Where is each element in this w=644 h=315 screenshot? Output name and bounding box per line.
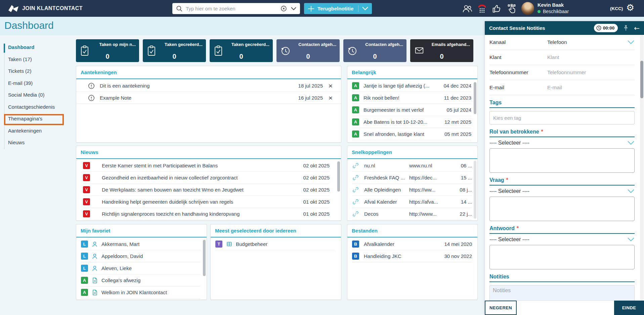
contacts-button[interactable] <box>462 3 474 14</box>
sidebar-item-email[interactable]: E-mail (39) <box>8 77 70 89</box>
scrollbar-thumb[interactable] <box>474 82 476 114</box>
news-item[interactable]: V Gezondheid en inzetbaarheid in nieuw c… <box>83 172 330 184</box>
shortcut-name: Afval Kalender <box>364 199 407 205</box>
search-input[interactable] <box>185 5 280 12</box>
collapse-arrow-icon[interactable]: ← <box>634 25 640 32</box>
shortcut-row[interactable]: Afval Kalender https://afva... 14 ... <box>352 196 472 208</box>
app-logo-icon[interactable] <box>7 3 20 13</box>
shortcut-row[interactable]: Freshdesk FAQ ... https://dec... 15 ... <box>352 172 472 184</box>
sidebar-item-social-media[interactable]: Social Media (0) <box>8 89 70 101</box>
select-value: ---- Selecteer ---- <box>489 188 529 194</box>
scrollbar-thumb[interactable] <box>337 161 340 192</box>
rol-van-betrokkene-box[interactable] <box>489 148 635 173</box>
session-panel-body: Kanaal Telefoon Klant Klant Telefoonnumm… <box>485 35 644 301</box>
shortcut-row[interactable]: Alle Opleidingen https://ww... 08 j... <box>352 184 472 196</box>
sidebar-rail <box>4 43 5 149</box>
sidebar-item-dashboard[interactable]: Dashboard <box>8 41 70 53</box>
tile-value: 0 <box>343 53 406 60</box>
field-label: Telefoonnummer <box>489 69 547 75</box>
close-icon[interactable]: × <box>323 94 338 102</box>
user-status[interactable]: Beschikbaar <box>538 9 569 14</box>
important-item[interactable]: A Rik nooit bellen! 11 dec 2023 <box>352 92 471 104</box>
sidebar-item-contactgeschiedenis[interactable]: Contactgeschiedenis <box>8 101 70 113</box>
news-item[interactable]: V De Werkplaats: samen bouwen aan toezic… <box>83 184 330 196</box>
rol-van-betrokkene-select[interactable]: ---- Selecteer ---- <box>489 137 635 148</box>
field-email[interactable]: E-mail E-mail <box>489 80 635 95</box>
rol-van-betrokkene-heading: Rol van betrokkene * <box>489 129 635 137</box>
field-kanaal[interactable]: Kanaal Telefoon <box>489 35 635 50</box>
clear-search-icon[interactable] <box>280 5 287 12</box>
sidebar-item-tickets[interactable]: Tickets (2) <box>8 65 70 77</box>
file-row[interactable]: B Afvalkalender 14 mei 2020 <box>352 238 472 250</box>
favorite-row[interactable]: L Akkermans, Mart <box>81 238 201 250</box>
important-item[interactable]: A Burgemeester is met verlof 05 jul 2024 <box>352 104 471 116</box>
vraag-box[interactable] <box>489 197 635 221</box>
search-options-chevron-icon[interactable] <box>291 7 297 11</box>
scrollbar-thumb[interactable] <box>640 61 643 98</box>
panel-mijn-favoriet: Mijn favoriet L Akkermans, Mart L Ap <box>76 224 207 300</box>
news-item[interactable]: V Handreiking helpt gemeenten duidelijk … <box>83 196 330 208</box>
sidebar-item-nieuws[interactable]: Nieuws <box>8 137 70 149</box>
sidebar-item-taken[interactable]: Taken (17) <box>8 53 70 65</box>
avatar[interactable] <box>521 2 534 15</box>
favorite-row[interactable]: L Appeldoorn, David <box>81 250 201 262</box>
tile-contacten-afgehandeld-2[interactable]: Contacten afgeh... 0 <box>343 39 406 62</box>
info-icon <box>88 82 95 90</box>
important-item[interactable]: A Snel afronden, lastige klant 05 mrt 20… <box>352 128 471 140</box>
item-text: Rik nooit bellen! <box>363 95 399 101</box>
file-row[interactable]: B Handleiding JKC 30 nov 2022 <box>352 250 472 262</box>
gear-icon[interactable]: ⚙ <box>624 3 636 12</box>
tile-taken-gecreeerd-2[interactable]: Taken gecreëerd... 0 <box>210 39 273 62</box>
terugbelnotitie-button[interactable]: Terugbelnotitie <box>304 3 372 14</box>
scrollbar-thumb[interactable] <box>203 240 206 276</box>
vraag-select[interactable]: ---- Selecteer ---- <box>489 186 635 197</box>
news-item[interactable]: V Eerste Kamer stemt in met Participatie… <box>83 160 330 172</box>
shortcut-url: http://www... <box>409 211 450 217</box>
pin-icon[interactable] <box>623 25 629 32</box>
important-item[interactable]: A Jantje is lange tijd afwezig (... 04 d… <box>352 80 471 92</box>
favorite-row[interactable]: A Collega's afwezig <box>81 274 201 286</box>
tile-taken-op-mijn-naam[interactable]: Taken op mijn n... 0 <box>76 39 139 62</box>
button-divider <box>358 5 358 12</box>
global-search[interactable] <box>172 3 300 14</box>
required-asterisk: * <box>506 177 508 183</box>
dialer-button[interactable] <box>476 3 488 14</box>
feedback-button[interactable] <box>491 3 503 14</box>
antwoord-select[interactable]: ---- Selecteer ---- <box>489 234 635 245</box>
note-row[interactable]: Dit is een aantekening 18 jul 2025 × <box>76 80 341 92</box>
scrollbar-track[interactable] <box>474 161 476 219</box>
chevron-down-icon <box>627 141 635 145</box>
favorite-row[interactable]: L Aleven, Lieke <box>81 262 201 274</box>
tile-emails-afgehandeld[interactable]: Emails afgehand... 0 <box>410 39 473 62</box>
sidebar-item-aantekeningen[interactable]: Aantekeningen <box>8 125 70 137</box>
panel-title: Bestanden <box>347 224 477 238</box>
note-row[interactable]: Example Note 16 jul 2025 × <box>76 92 341 104</box>
shortcut-row[interactable]: Decos http://www... 22 j... <box>352 208 472 220</box>
select-value: ---- Selecteer ---- <box>489 237 529 243</box>
notities-textarea[interactable] <box>489 285 635 301</box>
contact-badge: L <box>81 253 88 260</box>
field-telefoonnummer[interactable]: Telefoonnummer Telefoonnummer <box>489 65 635 80</box>
tags-input[interactable] <box>489 111 635 124</box>
close-icon[interactable]: × <box>323 82 338 90</box>
tile-value: 0 <box>276 53 340 60</box>
einde-button[interactable]: EINDE <box>614 301 644 315</box>
panel-title: Nieuws <box>76 146 341 159</box>
most-selected-row[interactable]: T Budgetbeheer <box>215 238 335 250</box>
favorite-row[interactable]: A Welkom in JOIN Klantcontact <box>81 286 201 299</box>
tile-contacten-afgehandeld-1[interactable]: Contacten afgeh... 0 <box>276 39 340 62</box>
shortcut-row[interactable]: nu.nl www.nu.nl 06 ... <box>352 160 472 172</box>
news-title: Handreiking helpt gemeenten duidelijk sc… <box>102 199 233 205</box>
terugbelnotitie-label: Terugbelnotitie <box>317 6 353 11</box>
negeren-button[interactable]: NEGEREN <box>485 301 517 315</box>
antwoord-box[interactable] <box>489 245 635 269</box>
news-item[interactable]: V Richtlijn signalenproces toezicht en h… <box>83 208 330 220</box>
tile-taken-gecreeerd-1[interactable]: Taken gecreëerd... 0 <box>143 39 206 62</box>
quick-select-button[interactable] <box>506 3 518 14</box>
shortcut-date: 22 j... <box>460 211 472 217</box>
chevron-down-icon[interactable] <box>627 40 635 45</box>
important-item[interactable]: A Abe Batens is tot 10-12-20... 12 mrt 2… <box>352 116 471 128</box>
favorite-name: Collega's afwezig <box>101 277 140 283</box>
field-klant[interactable]: Klant Klant <box>489 50 635 65</box>
clock-icon <box>596 25 602 31</box>
